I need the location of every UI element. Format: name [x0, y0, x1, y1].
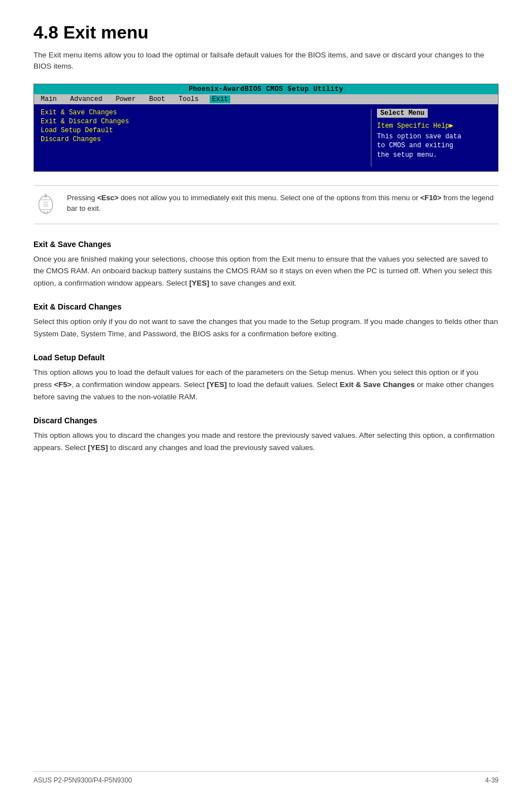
bios-title-bar: Phoenix-AwardBIOS CMOS Setup Utility	[34, 84, 498, 94]
page-footer: ASUS P2-P5N9300/P4-P5N9300 4-39	[33, 771, 499, 784]
note-text: Pressing <Esc> does not allow you to imm…	[67, 192, 499, 214]
section-exit-save-body: Once you are finished making your select…	[33, 253, 499, 289]
footer-left: ASUS P2-P5N9300/P4-P5N9300	[33, 776, 132, 784]
bios-screenshot: Phoenix-AwardBIOS CMOS Setup Utility Mai…	[33, 84, 499, 172]
bios-right-panel: Select Menu Item Specific Help► This opt…	[371, 109, 494, 167]
section-exit-save: Exit & Save Changes Once you are finishe…	[33, 240, 499, 289]
footer-right: 4-39	[485, 776, 499, 784]
section-load-default-body: This option allows you to load the defau…	[33, 366, 499, 403]
page-title: 4.8 Exit menu	[33, 22, 499, 43]
bios-menu-advanced[interactable]: Advanced	[68, 95, 105, 103]
bios-item-load-default[interactable]: Load Setup Default	[38, 127, 371, 134]
section-exit-discard: Exit & Discard Changes Select this optio…	[33, 302, 499, 340]
section-discard-changes-body: This option allows you to discard the ch…	[33, 429, 499, 453]
bios-select-menu-label: Select Menu	[377, 109, 428, 118]
bios-item-exit-discard[interactable]: Exit & Discard Changes	[38, 118, 371, 125]
bios-body: Exit & Save Changes Exit & Discard Chang…	[34, 104, 498, 171]
section-exit-discard-title: Exit & Discard Changes	[33, 302, 499, 311]
section-exit-save-title: Exit & Save Changes	[33, 240, 499, 249]
page-intro: The Exit menu items allow you to load th…	[33, 50, 499, 73]
section-load-default: Load Setup Default This option allows yo…	[33, 353, 499, 403]
section-discard-changes-title: Discard Changes	[33, 416, 499, 425]
bios-item-discard-changes[interactable]: Discard Changes	[38, 136, 371, 143]
bios-help-text: This option save datato CMOS and exiting…	[377, 132, 494, 160]
section-discard-changes: Discard Changes This option allows you t…	[33, 416, 499, 453]
bios-help-title: Item Specific Help►	[377, 122, 494, 130]
section-exit-discard-body: Select this option only if you do not wa…	[33, 316, 499, 340]
bios-menu-exit[interactable]: Exit	[210, 95, 230, 103]
note-box: Pressing <Esc> does not allow you to imm…	[33, 185, 499, 224]
bios-item-exit-save[interactable]: Exit & Save Changes	[38, 109, 371, 117]
svg-point-0	[39, 196, 53, 214]
bios-menu-boot[interactable]: Boot	[147, 95, 167, 103]
bios-menu-power[interactable]: Power	[113, 95, 138, 103]
bios-left-panel: Exit & Save Changes Exit & Discard Chang…	[38, 109, 371, 167]
bios-menu-main[interactable]: Main	[38, 95, 59, 103]
note-icon	[33, 192, 58, 217]
section-load-default-title: Load Setup Default	[33, 353, 499, 362]
bios-menu-tools[interactable]: Tools	[176, 95, 201, 103]
bios-menu-bar: Main Advanced Power Boot Tools Exit	[34, 94, 498, 104]
